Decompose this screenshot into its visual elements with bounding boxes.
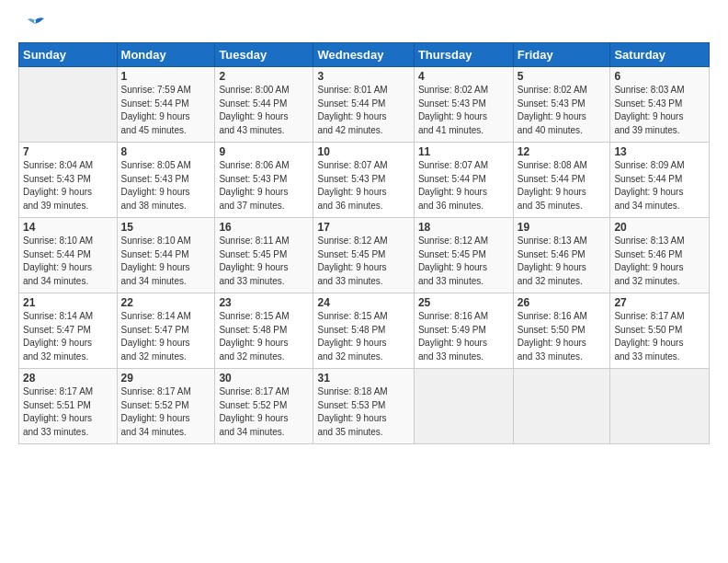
sun-info: Sunrise: 8:14 AM Sunset: 5:47 PM Dayligh… [121, 310, 211, 363]
day-number: 7 [23, 145, 113, 158]
calendar-cell: 6Sunrise: 8:03 AM Sunset: 5:43 PM Daylig… [610, 67, 710, 143]
sun-info: Sunrise: 8:13 AM Sunset: 5:46 PM Dayligh… [518, 235, 607, 288]
sun-info: Sunrise: 8:02 AM Sunset: 5:43 PM Dayligh… [418, 84, 509, 137]
day-number: 25 [418, 296, 509, 309]
calendar-cell [414, 369, 513, 444]
day-number: 20 [614, 221, 705, 234]
day-number: 13 [614, 145, 705, 158]
calendar-cell: 5Sunrise: 8:02 AM Sunset: 5:43 PM Daylig… [513, 67, 610, 143]
sun-info: Sunrise: 7:59 AM Sunset: 5:44 PM Dayligh… [121, 84, 211, 137]
day-number: 8 [121, 145, 211, 158]
logo [18, 17, 48, 33]
day-number: 9 [219, 145, 309, 158]
sun-info: Sunrise: 8:16 AM Sunset: 5:50 PM Dayligh… [518, 310, 607, 363]
weekday-header: Thursday [414, 43, 513, 67]
calendar-cell: 23Sunrise: 8:15 AM Sunset: 5:48 PM Dayli… [215, 293, 313, 369]
calendar-cell [513, 369, 610, 444]
calendar-cell: 2Sunrise: 8:00 AM Sunset: 5:44 PM Daylig… [215, 67, 313, 143]
sun-info: Sunrise: 8:02 AM Sunset: 5:43 PM Dayligh… [518, 84, 607, 137]
sun-info: Sunrise: 8:05 AM Sunset: 5:43 PM Dayligh… [121, 159, 211, 213]
day-number: 22 [121, 296, 211, 309]
sun-info: Sunrise: 8:18 AM Sunset: 5:53 PM Dayligh… [317, 385, 409, 439]
weekday-header: Sunday [19, 43, 118, 67]
day-number: 11 [418, 145, 509, 158]
calendar-cell: 30Sunrise: 8:17 AM Sunset: 5:52 PM Dayli… [215, 369, 313, 444]
day-number: 27 [614, 296, 705, 309]
calendar-cell: 29Sunrise: 8:17 AM Sunset: 5:52 PM Dayli… [117, 369, 215, 444]
day-number: 19 [518, 221, 607, 234]
sun-info: Sunrise: 8:11 AM Sunset: 5:45 PM Dayligh… [219, 235, 309, 288]
day-number: 1 [121, 70, 211, 83]
calendar-cell: 18Sunrise: 8:12 AM Sunset: 5:45 PM Dayli… [414, 218, 513, 293]
weekday-header: Tuesday [215, 43, 313, 67]
day-number: 6 [614, 70, 705, 83]
sun-info: Sunrise: 8:01 AM Sunset: 5:44 PM Dayligh… [317, 84, 409, 137]
header [18, 17, 710, 33]
calendar-cell: 21Sunrise: 8:14 AM Sunset: 5:47 PM Dayli… [19, 293, 118, 369]
page: SundayMondayTuesdayWednesdayThursdayFrid… [0, 0, 728, 563]
weekday-header: Monday [117, 43, 215, 67]
day-number: 17 [317, 221, 409, 234]
calendar-cell: 25Sunrise: 8:16 AM Sunset: 5:49 PM Dayli… [414, 293, 513, 369]
calendar-cell: 8Sunrise: 8:05 AM Sunset: 5:43 PM Daylig… [117, 143, 215, 218]
calendar-cell: 16Sunrise: 8:11 AM Sunset: 5:45 PM Dayli… [215, 218, 313, 293]
calendar-cell: 4Sunrise: 8:02 AM Sunset: 5:43 PM Daylig… [414, 67, 513, 143]
calendar-cell: 13Sunrise: 8:09 AM Sunset: 5:44 PM Dayli… [610, 143, 710, 218]
calendar-cell: 27Sunrise: 8:17 AM Sunset: 5:50 PM Dayli… [610, 293, 710, 369]
sun-info: Sunrise: 8:12 AM Sunset: 5:45 PM Dayligh… [317, 235, 409, 288]
day-number: 24 [317, 296, 409, 309]
day-number: 5 [518, 70, 607, 83]
sun-info: Sunrise: 8:15 AM Sunset: 5:48 PM Dayligh… [317, 310, 409, 363]
sun-info: Sunrise: 8:13 AM Sunset: 5:46 PM Dayligh… [614, 235, 705, 288]
calendar-cell [19, 67, 118, 143]
calendar-cell: 14Sunrise: 8:10 AM Sunset: 5:44 PM Dayli… [19, 218, 118, 293]
sun-info: Sunrise: 8:16 AM Sunset: 5:49 PM Dayligh… [418, 310, 509, 363]
weekday-header: Wednesday [313, 43, 414, 67]
day-number: 16 [219, 221, 309, 234]
calendar-cell: 28Sunrise: 8:17 AM Sunset: 5:51 PM Dayli… [19, 369, 118, 444]
day-number: 21 [23, 296, 113, 309]
calendar-cell: 20Sunrise: 8:13 AM Sunset: 5:46 PM Dayli… [610, 218, 710, 293]
calendar-cell: 24Sunrise: 8:15 AM Sunset: 5:48 PM Dayli… [313, 293, 414, 369]
sun-info: Sunrise: 8:17 AM Sunset: 5:52 PM Dayligh… [219, 385, 309, 439]
calendar-cell: 22Sunrise: 8:14 AM Sunset: 5:47 PM Dayli… [117, 293, 215, 369]
day-number: 3 [317, 70, 409, 83]
calendar-cell: 7Sunrise: 8:04 AM Sunset: 5:43 PM Daylig… [19, 143, 118, 218]
day-number: 14 [23, 221, 113, 234]
sun-info: Sunrise: 8:10 AM Sunset: 5:44 PM Dayligh… [23, 235, 113, 288]
day-number: 2 [219, 70, 309, 83]
sun-info: Sunrise: 8:04 AM Sunset: 5:43 PM Dayligh… [23, 159, 113, 213]
calendar-cell: 10Sunrise: 8:07 AM Sunset: 5:43 PM Dayli… [313, 143, 414, 218]
calendar-table: SundayMondayTuesdayWednesdayThursdayFrid… [18, 42, 710, 444]
weekday-header: Saturday [610, 43, 710, 67]
sun-info: Sunrise: 8:00 AM Sunset: 5:44 PM Dayligh… [219, 84, 309, 137]
sun-info: Sunrise: 8:06 AM Sunset: 5:43 PM Dayligh… [219, 159, 309, 213]
calendar-cell: 31Sunrise: 8:18 AM Sunset: 5:53 PM Dayli… [313, 369, 414, 444]
day-number: 10 [317, 145, 409, 158]
calendar-cell: 9Sunrise: 8:06 AM Sunset: 5:43 PM Daylig… [215, 143, 313, 218]
calendar-cell: 17Sunrise: 8:12 AM Sunset: 5:45 PM Dayli… [313, 218, 414, 293]
calendar-cell [610, 369, 710, 444]
logo-bird-icon [22, 17, 48, 37]
sun-info: Sunrise: 8:07 AM Sunset: 5:43 PM Dayligh… [317, 159, 409, 213]
sun-info: Sunrise: 8:17 AM Sunset: 5:51 PM Dayligh… [23, 385, 113, 439]
weekday-header: Friday [513, 43, 610, 67]
calendar-cell: 15Sunrise: 8:10 AM Sunset: 5:44 PM Dayli… [117, 218, 215, 293]
sun-info: Sunrise: 8:08 AM Sunset: 5:44 PM Dayligh… [518, 159, 607, 213]
day-number: 23 [219, 296, 309, 309]
calendar-cell: 19Sunrise: 8:13 AM Sunset: 5:46 PM Dayli… [513, 218, 610, 293]
sun-info: Sunrise: 8:17 AM Sunset: 5:50 PM Dayligh… [614, 310, 705, 363]
day-number: 31 [317, 372, 409, 385]
calendar-cell: 11Sunrise: 8:07 AM Sunset: 5:44 PM Dayli… [414, 143, 513, 218]
day-number: 29 [121, 372, 211, 385]
day-number: 12 [518, 145, 607, 158]
sun-info: Sunrise: 8:12 AM Sunset: 5:45 PM Dayligh… [418, 235, 509, 288]
sun-info: Sunrise: 8:14 AM Sunset: 5:47 PM Dayligh… [23, 310, 113, 363]
day-number: 26 [518, 296, 607, 309]
sun-info: Sunrise: 8:07 AM Sunset: 5:44 PM Dayligh… [418, 159, 509, 213]
calendar-cell: 12Sunrise: 8:08 AM Sunset: 5:44 PM Dayli… [513, 143, 610, 218]
day-number: 30 [219, 372, 309, 385]
sun-info: Sunrise: 8:03 AM Sunset: 5:43 PM Dayligh… [614, 84, 705, 137]
calendar-cell: 3Sunrise: 8:01 AM Sunset: 5:44 PM Daylig… [313, 67, 414, 143]
day-number: 18 [418, 221, 509, 234]
